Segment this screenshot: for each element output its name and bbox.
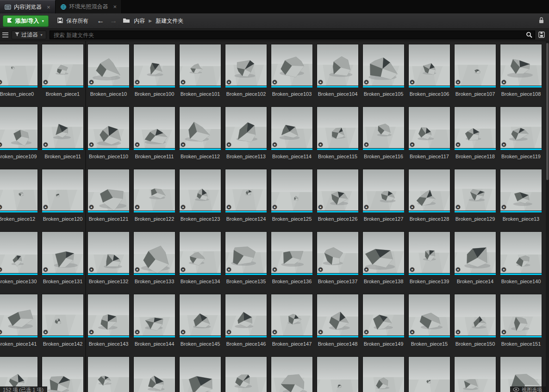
asset-thumbnail[interactable]: ★	[363, 169, 404, 211]
asset-thumbnail[interactable]: ★	[88, 232, 129, 273]
asset-thumbnail[interactable]: ★	[317, 44, 358, 86]
asset-thumbnail[interactable]: ★	[134, 44, 175, 86]
asset-tile[interactable]: ★	[42, 357, 83, 392]
asset-tile[interactable]: ★Broken_piece12	[0, 169, 37, 232]
asset-tile[interactable]: ★Broken_piece140	[500, 232, 542, 294]
asset-tile[interactable]: ★Broken_piece126	[317, 169, 358, 232]
asset-thumbnail[interactable]: ★	[180, 357, 221, 392]
asset-thumbnail[interactable]: ★	[500, 294, 542, 336]
asset-thumbnail[interactable]: ★	[409, 44, 450, 86]
asset-tile[interactable]: ★Broken_piece135	[225, 232, 267, 294]
save-search-button[interactable]	[538, 31, 545, 38]
tab-content-browser[interactable]: 内容浏览器 ×	[0, 0, 56, 13]
asset-thumbnail[interactable]: ★	[271, 294, 312, 336]
asset-tile[interactable]: ★	[363, 357, 404, 392]
asset-tile[interactable]: ★Broken_piece100	[134, 44, 175, 107]
view-options-button[interactable]: 视图选项	[510, 386, 546, 392]
asset-thumbnail[interactable]: ★	[225, 357, 267, 392]
asset-tile[interactable]: ★Broken_piece127	[363, 169, 404, 232]
asset-tile[interactable]: ★Broken_piece119	[500, 107, 542, 169]
asset-thumbnail[interactable]: ★	[180, 294, 221, 336]
asset-tile[interactable]: ★Broken_piece10	[88, 44, 129, 107]
asset-tile[interactable]: ★Broken_piece118	[455, 107, 496, 169]
filters-button[interactable]: 过滤器 ▼	[12, 31, 46, 39]
asset-thumbnail[interactable]: ★	[317, 294, 358, 336]
asset-thumbnail[interactable]: ★	[42, 169, 83, 211]
asset-tile[interactable]: ★Broken_piece103	[271, 44, 312, 107]
asset-thumbnail[interactable]: ★	[0, 107, 37, 148]
asset-tile[interactable]: ★Broken_piece0	[0, 44, 37, 107]
asset-tile[interactable]: ★Broken_piece116	[363, 107, 404, 169]
asset-thumbnail[interactable]: ★	[455, 107, 496, 148]
asset-tile[interactable]: ★Broken_piece137	[317, 232, 358, 294]
asset-tile[interactable]: ★Broken_piece11	[42, 107, 83, 169]
asset-tile[interactable]: ★Broken_piece115	[317, 107, 358, 169]
asset-tile[interactable]: ★Broken_piece113	[225, 107, 267, 169]
asset-tile[interactable]: ★Broken_piece108	[500, 44, 542, 107]
asset-tile[interactable]: ★Broken_piece107	[455, 44, 496, 107]
asset-tile[interactable]: ★Broken_piece1	[42, 44, 83, 107]
asset-tile[interactable]: ★Broken_piece136	[271, 232, 312, 294]
asset-thumbnail[interactable]: ★	[271, 169, 312, 211]
scrollbar-thumb[interactable]	[546, 43, 549, 180]
asset-thumbnail[interactable]: ★	[42, 294, 83, 336]
asset-tile[interactable]: ★Broken_piece131	[42, 232, 83, 294]
asset-tile[interactable]: ★Broken_piece145	[180, 294, 221, 357]
asset-thumbnail[interactable]: ★	[317, 169, 358, 211]
asset-tile[interactable]: ★Broken_piece120	[42, 169, 83, 232]
asset-thumbnail[interactable]: ★	[225, 44, 267, 86]
asset-thumbnail[interactable]: ★	[225, 107, 267, 148]
asset-thumbnail[interactable]: ★	[500, 44, 542, 86]
asset-thumbnail[interactable]: ★	[271, 44, 312, 86]
asset-tile[interactable]: ★	[134, 357, 175, 392]
breadcrumb-item-new-folder[interactable]: 新建文件夹	[156, 17, 183, 25]
asset-thumbnail[interactable]: ★	[225, 169, 267, 211]
asset-thumbnail[interactable]: ★	[0, 44, 37, 86]
asset-tile[interactable]: ★	[225, 357, 267, 392]
asset-tile[interactable]: ★Broken_piece139	[409, 232, 450, 294]
asset-thumbnail[interactable]: ★	[409, 107, 450, 148]
asset-tile[interactable]: ★	[180, 357, 221, 392]
asset-thumbnail[interactable]: ★	[42, 357, 83, 392]
asset-tile[interactable]: ★Broken_piece142	[42, 294, 83, 357]
asset-tile[interactable]: ★Broken_piece104	[317, 44, 358, 107]
tab-close-icon[interactable]: ×	[47, 4, 50, 10]
asset-tile[interactable]: ★Broken_piece106	[409, 44, 450, 107]
panel-splitter[interactable]	[85, 41, 86, 392]
asset-tile[interactable]: ★	[88, 357, 129, 392]
asset-tile[interactable]: ★	[455, 357, 496, 392]
asset-tile[interactable]: ★Broken_piece132	[88, 232, 129, 294]
asset-tile[interactable]: ★Broken_piece14	[455, 232, 496, 294]
asset-tile[interactable]: ★Broken_piece146	[225, 294, 267, 357]
asset-thumbnail[interactable]: ★	[455, 232, 496, 273]
asset-thumbnail[interactable]: ★	[42, 44, 83, 86]
asset-thumbnail[interactable]: ★	[88, 357, 129, 392]
asset-thumbnail[interactable]: ★	[409, 169, 450, 211]
breadcrumb-item-content[interactable]: 内容	[134, 17, 145, 25]
asset-tile[interactable]: ★Broken_piece147	[271, 294, 312, 357]
asset-tile[interactable]: ★Broken_piece124	[225, 169, 267, 232]
asset-tile[interactable]: ★Broken_piece125	[271, 169, 312, 232]
lock-button[interactable]	[538, 17, 544, 25]
asset-thumbnail[interactable]: ★	[180, 169, 221, 211]
asset-thumbnail[interactable]: ★	[363, 232, 404, 273]
asset-tile[interactable]: ★Broken_piece110	[88, 107, 129, 169]
add-import-button[interactable]: 添加/导入 ▼	[3, 15, 49, 27]
asset-tile[interactable]: ★Broken_piece133	[134, 232, 175, 294]
asset-thumbnail[interactable]: ★	[88, 107, 129, 148]
tab-close-icon[interactable]: ×	[113, 4, 117, 10]
asset-thumbnail[interactable]: ★	[42, 232, 83, 273]
asset-tile[interactable]: ★	[271, 357, 312, 392]
asset-thumbnail[interactable]: ★	[455, 169, 496, 211]
save-all-button[interactable]: 保存所有	[54, 15, 91, 27]
asset-thumbnail[interactable]: ★	[0, 294, 37, 336]
asset-thumbnail[interactable]: ★	[271, 357, 312, 392]
asset-thumbnail[interactable]: ★	[88, 44, 129, 86]
asset-tile[interactable]: ★Broken_piece150	[455, 294, 496, 357]
asset-tile[interactable]: ★	[317, 357, 358, 392]
asset-thumbnail[interactable]: ★	[409, 357, 450, 392]
asset-tile[interactable]: ★Broken_piece111	[134, 107, 175, 169]
asset-thumbnail[interactable]: ★	[0, 232, 37, 273]
asset-thumbnail[interactable]: ★	[500, 232, 542, 273]
asset-thumbnail[interactable]: ★	[134, 294, 175, 336]
